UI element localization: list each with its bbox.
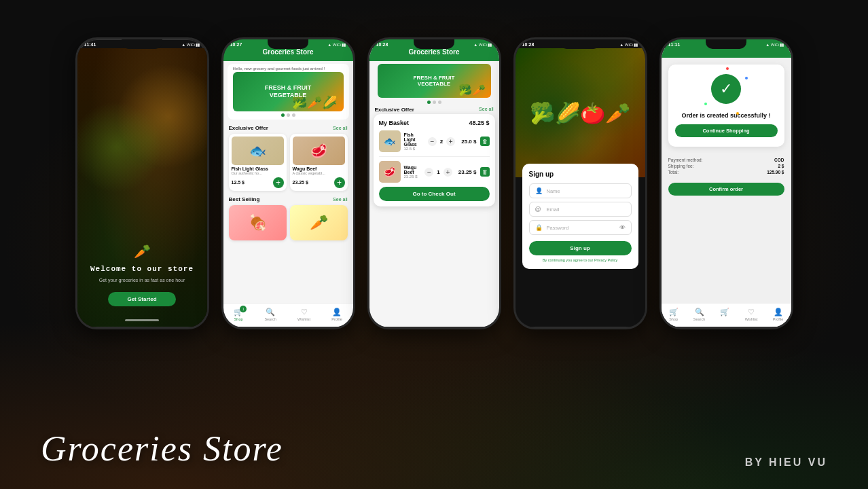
exclusive-label: Exclusive Offer [375, 107, 414, 113]
phone-5-status-icons: ▲ WiFi ▮▮ [765, 42, 784, 47]
phone5-nav-search-label: Search [693, 317, 705, 321]
phone5-nav-profile[interactable]: 👤 Profile [773, 308, 784, 321]
author-text: BY HIEU VU [745, 456, 827, 469]
phone-3-basket: 10:28 ▲ WiFi ▮▮ Groceries Store FRESH & … [367, 37, 501, 329]
phone-3-banner-text-2: VEGETABLE [414, 81, 455, 87]
basket-popup: My Basket 48.25 $ 🐟 Fish Light Glass 12.… [374, 114, 495, 206]
password-input[interactable]: Password [547, 225, 616, 231]
phone-4-time: 10:28 [522, 42, 535, 47]
add-beef-button[interactable]: + [334, 177, 345, 188]
qty-increase-beef[interactable]: + [444, 168, 452, 177]
get-started-button[interactable]: Get Started [108, 292, 175, 306]
phone-5-screen: ✓ Order is created successfully ! Contin… [662, 48, 791, 327]
nav-wishlist[interactable]: ♡ Wishlist [297, 308, 310, 321]
phone5-wishlist-icon: 🛒 [720, 308, 729, 316]
total-row: Total: 125.90 $ [668, 170, 784, 175]
fish-quantity: 2 [440, 139, 443, 145]
welcome-subtitle: Get your groceries in as fast as one hou… [99, 277, 185, 284]
qty-increase-fish[interactable]: + [446, 137, 455, 146]
see-all-exclusive[interactable]: See all [333, 126, 347, 130]
product-card-fish[interactable]: 🐟 Fish Light Glass Our authentic ho... 1… [229, 134, 287, 191]
beef-product-name: Wagu Beef [293, 166, 345, 171]
shipping-fee-row: Shipping fee: 2 $ [668, 164, 784, 168]
phone-4-food-bg: 🥦🌽🍅🥕 [516, 48, 645, 177]
continue-shopping-button[interactable]: Continue Shopping [675, 124, 778, 137]
phone-4-screen: 🥦🌽🍅🥕 Sign up 👤 Name @ Email [516, 48, 645, 327]
success-card: ✓ Order is created successfully ! Contin… [668, 65, 784, 147]
best-selling-title: Best Selling [229, 196, 260, 202]
name-input[interactable]: Name [547, 188, 626, 194]
phone-1-food-area [77, 55, 207, 209]
lock-icon: 🔒 [535, 224, 543, 231]
basket-beef-name: Wagu Beef [404, 165, 422, 175]
qty-decrease-fish[interactable]: − [428, 137, 437, 146]
best-selling-item-2[interactable]: 🥕 [290, 205, 348, 240]
payment-section: Payment method: COD Shipping fee: 2 $ To… [662, 153, 791, 180]
payment-method-value: COD [774, 158, 784, 162]
phone5-nav-profile-label: Profile [773, 317, 784, 321]
search-icon: 🔍 [266, 308, 275, 316]
phone-5-notch [706, 39, 746, 49]
email-field[interactable]: @ Email [529, 202, 632, 217]
carrot-icon: 🥕 [134, 243, 151, 259]
checkout-button[interactable]: Go to Check Out [379, 187, 490, 201]
nav-shop-label: Shop [234, 317, 243, 321]
phone-2-exclusive-section: Exclusive Offer See all 🐟 Fish Light Gla… [223, 122, 353, 194]
privacy-link[interactable]: Privacy Policy [594, 258, 617, 262]
add-fish-button[interactable]: + [273, 177, 284, 188]
eye-icon[interactable]: 👁 [619, 224, 626, 231]
beef-product-image: 🥩 [293, 137, 345, 165]
phone-2-banner-label: Hello, new grocery and gourmet foods jus… [233, 67, 344, 71]
phone-3-banner-text-1: FRESH & FRUIT [414, 75, 455, 81]
fish-card-bottom: 12.5 $ + [232, 177, 284, 188]
wishlist-icon: ♡ [301, 308, 308, 316]
total-label: Total: [668, 170, 679, 175]
signup-button[interactable]: Sign up [529, 241, 632, 255]
see-all-phone3[interactable]: See all [479, 107, 493, 113]
dot-1 [281, 113, 285, 117]
delete-beef-button[interactable]: 🗑 [480, 167, 490, 177]
phone-2-header: Groceries Store [223, 48, 353, 61]
basket-fish-image: 🐟 [379, 130, 401, 152]
password-field[interactable]: 🔒 Password 👁 [529, 220, 632, 235]
fish-product-price: 12.5 $ [232, 180, 245, 185]
phone-4-content: 🥦🌽🍅🥕 Sign up 👤 Name @ Email [516, 48, 645, 327]
basket-beef-qty: − 1 + [424, 168, 452, 177]
nav-shop[interactable]: 🛒 1 Shop [234, 308, 243, 321]
phone5-nav-search[interactable]: 🔍 Search [693, 308, 705, 321]
phone-3-status-icons: ▲ WiFi ▮▮ [473, 42, 492, 47]
nav-profile[interactable]: 👤 Profile [331, 308, 342, 321]
phone-2-time: 10:27 [230, 42, 242, 47]
see-all-best-selling[interactable]: See all [333, 197, 347, 202]
signup-terms: By continuing you agree to our Privacy P… [529, 258, 632, 262]
phone-1-content: 🥕 Welcome to our store Get your grocerie… [77, 48, 207, 327]
beef-item-total: 23.25 $ [458, 169, 477, 175]
qty-decrease-beef[interactable]: − [424, 168, 433, 177]
name-field[interactable]: 👤 Name [529, 183, 632, 198]
product-card-beef[interactable]: 🥩 Wagu Beef A classic vegetabl... 23.25 … [290, 134, 348, 191]
phone-4-food-items: 🥦🌽🍅🥕 [516, 48, 645, 177]
terms-text: By continuing you agree to our [543, 258, 594, 262]
phone-2-notch [268, 39, 308, 49]
phone-1-screen: 🥕 Welcome to our store Get your grocerie… [77, 48, 207, 327]
phone5-profile-icon: 👤 [774, 308, 783, 316]
confirm-order-button[interactable]: Confirm order [668, 183, 784, 196]
phone5-nav-wishlist2[interactable]: ♡ Wishlist [745, 308, 758, 321]
delete-fish-button[interactable]: 🗑 [480, 137, 490, 146]
nav-search[interactable]: 🔍 Search [264, 308, 276, 321]
dot-3 [292, 113, 295, 117]
nav-wishlist-label: Wishlist [297, 317, 310, 321]
basket-beef-info: Wagu Beef 23.25 $ [404, 165, 422, 179]
email-input[interactable]: Email [547, 206, 626, 213]
best-selling-cards: 🍖 🥕 [229, 205, 348, 240]
phone-1-welcome: 11:41 ▲ WiFi ▮▮ 🥕 Welcome to our store G… [75, 37, 209, 329]
signup-card: Sign up 👤 Name @ Email 🔒 [522, 164, 638, 269]
best-selling-item-1[interactable]: 🍖 [229, 205, 287, 240]
dot-p3-3 [438, 101, 441, 104]
phone5-nav-wishlist[interactable]: 🛒 [720, 308, 729, 321]
phone5-nav-shop[interactable]: 🛒 Shop [669, 308, 679, 321]
phone-2-banner-text-1: FRESH & FRUIT [265, 84, 312, 92]
phone5-shop-icon: 🛒 [669, 308, 679, 316]
phone-2-banner-text-2: VEGETABLE [265, 92, 312, 99]
phone5-nav-shop-label: Shop [669, 317, 678, 321]
